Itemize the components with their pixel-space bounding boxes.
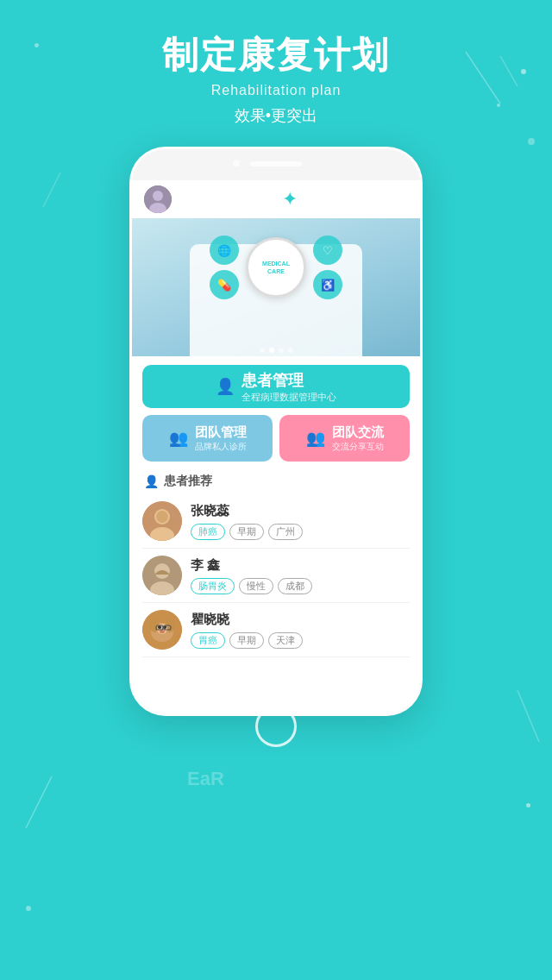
app-banner: 🌐 💊 MEDICALCARE ♡ ♿ [132, 218, 420, 356]
patient-info-1: 张晓蕊 肺癌 早期 广州 [191, 503, 410, 540]
team-chat-label: 团队交流 [332, 424, 384, 441]
topbar-center: ✦ [172, 188, 408, 210]
ear-watermark: EaR [187, 768, 224, 790]
home-button[interactable] [255, 706, 297, 747]
app-topbar: ✦ [132, 180, 420, 218]
tag-2-1: 肠胃炎 [191, 578, 235, 594]
tag-3-3: 天津 [268, 632, 303, 649]
team-mgmt-sublabel: 品牌私人诊所 [195, 441, 247, 453]
svg-line-2 [26, 776, 52, 828]
tag-3-1: 胃癌 [191, 632, 225, 649]
patient-info-2: 李 鑫 肠胃炎 慢性 成都 [191, 557, 410, 594]
page-title: 制定康复计划 [0, 31, 552, 79]
tag-2-2: 慢性 [239, 578, 273, 594]
team-chat-sublabel: 交流分享互动 [332, 441, 384, 453]
patient-list: 张晓蕊 肺癌 早期 广州 [132, 494, 420, 657]
patient-mgmt-sublabel: 全程病理数据管理中心 [242, 391, 336, 404]
team-mgmt-label: 团队管理 [195, 424, 247, 441]
phone-camera [233, 160, 240, 166]
dot-4 [288, 348, 293, 353]
patient-name-3: 瞿晓晓 [191, 612, 410, 628]
svg-point-6 [153, 191, 163, 201]
dot-2 [269, 348, 274, 353]
patient-info-3: 瞿晓晓 胃癌 早期 天津 [191, 612, 410, 649]
person-icon: 👤 [144, 474, 159, 488]
banner-pagination [132, 348, 420, 353]
tag-1-2: 早期 [229, 524, 264, 540]
patient-mgmt-label: 患者管理 [242, 370, 304, 391]
patient-avatar-3 [142, 610, 182, 650]
patient-mgmt-icon: 👤 [216, 377, 235, 396]
phone-speaker [250, 161, 302, 166]
tag-2-3: 成都 [278, 578, 312, 594]
patient-name-1: 张晓蕊 [191, 503, 410, 519]
patient-tags-3: 胃癌 早期 天津 [191, 632, 410, 649]
team-buttons-row: 👥 团队管理 品牌私人诊所 👥 团队交流 交流分享互动 [142, 415, 410, 462]
team-chat-icon: 👥 [306, 429, 325, 448]
avatar [144, 185, 172, 213]
patient-item-1[interactable]: 张晓蕊 肺癌 早期 广州 [142, 494, 410, 549]
patient-tags-1: 肺癌 早期 广州 [191, 524, 410, 540]
patient-item-3[interactable]: 瞿晓晓 胃癌 早期 天津 [142, 603, 410, 657]
page-slogan: 效果•更突出 [0, 105, 552, 126]
section-title: 患者推荐 [164, 474, 212, 489]
phone-shell: ✦ 🌐 💊 MEDICAL [129, 147, 423, 716]
patient-tags-2: 肠胃炎 慢性 成都 [191, 578, 410, 594]
header: 制定康复计划 Rehabilitation plan 效果•更突出 [0, 0, 552, 126]
tag-1-1: 肺癌 [191, 524, 225, 540]
page-subtitle: Rehabilitation plan [0, 83, 552, 98]
tag-3-2: 早期 [229, 632, 264, 649]
sun-icon: ✦ [282, 188, 298, 210]
svg-line-3 [518, 690, 539, 742]
patient-avatar-2 [142, 556, 182, 595]
tag-1-3: 广州 [268, 524, 303, 540]
team-mgmt-icon: 👥 [169, 429, 188, 448]
app-screen: ✦ 🌐 💊 MEDICAL [132, 180, 420, 713]
patient-mgmt-button[interactable]: 👤 患者管理 全程病理数据管理中心 [142, 365, 410, 408]
medical-care-badge: MEDICALCARE [246, 237, 306, 298]
patient-name-2: 李 鑫 [191, 557, 410, 574]
patient-avatar-1 [142, 501, 182, 541]
dot-3 [279, 348, 284, 353]
patient-item-2[interactable]: 李 鑫 肠胃炎 慢性 成都 [142, 549, 410, 603]
phone-mockup: ✦ 🌐 💊 MEDICAL [129, 147, 423, 716]
action-buttons: 👤 患者管理 全程病理数据管理中心 👥 团队管理 品牌私人诊所 [132, 356, 420, 467]
svg-line-4 [43, 173, 60, 207]
team-mgmt-button[interactable]: 👥 团队管理 品牌私人诊所 [142, 415, 273, 462]
dot-1 [260, 348, 265, 353]
team-chat-button[interactable]: 👥 团队交流 交流分享互动 [279, 415, 410, 462]
patient-section-label: 👤 患者推荐 [132, 467, 420, 494]
svg-point-11 [156, 511, 168, 523]
